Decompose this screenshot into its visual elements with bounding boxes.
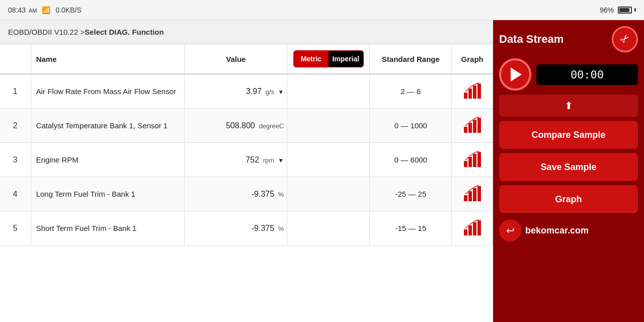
row-name-2: Engine RPM [31,143,185,177]
col-header-graph: Graph [452,44,493,74]
svg-rect-3 [477,84,481,99]
row-graph-0[interactable] [452,74,493,109]
row-metric-imperial-3 [287,177,370,211]
row-num-1: 1 [0,74,31,109]
play-row: 00:00 [499,58,638,91]
svg-rect-15 [477,186,481,201]
value-unit-2: rpm [261,156,274,164]
col-header-name: Name [31,44,185,74]
breadcrumb: EOBD/OBDII V10.22 > Select DIAG. Functio… [0,20,493,44]
value-unit-0: g/s [264,88,274,96]
table-row: 1Air Flow Rate From Mass Air Flow Sensor… [0,74,493,109]
value-number-2: 752 [246,155,259,164]
battery-percent: 96% [600,6,614,14]
export-button[interactable]: ⬆ [499,95,638,117]
data-stream-title: Data Stream [499,33,564,46]
row-graph-2[interactable] [452,143,493,177]
row-value-3: -9.375 % [185,177,287,211]
svg-rect-10 [473,154,476,167]
back-btn-row: ↩ bekomcar.com [499,219,638,242]
row-value-2: 752 rpm ▼ [185,143,287,177]
save-sample-button[interactable]: Save Sample [499,153,638,181]
main-layout: EOBD/OBDII V10.22 > Select DIAG. Functio… [0,20,644,322]
svg-rect-18 [473,222,476,235]
svg-rect-2 [473,86,476,99]
wifi-icon: 📶 [42,6,50,14]
compare-sample-button[interactable]: Compare Sample [499,121,638,149]
row-standard-range-1: 0 — 1000 [370,109,452,143]
left-panel: EOBD/OBDII V10.22 > Select DIAG. Functio… [0,20,493,322]
status-left: 08:43 AM 📶 0.0KB/S [8,6,82,14]
row-standard-range-3: -25 — 25 [370,177,452,211]
row-standard-range-0: 2 — 6 [370,74,452,109]
sidebar-header: Data Stream ✂ [499,26,638,52]
svg-rect-6 [473,120,476,133]
scissors-button[interactable]: ✂ [612,26,638,52]
row-metric-imperial-0 [287,74,370,109]
col-header-value: Value [185,44,287,74]
row-num-4: 4 [0,177,31,211]
chart-icon-0 [463,83,482,99]
back-icon: ↩ [506,224,515,236]
svg-rect-1 [468,89,472,99]
row-name-0: Air Flow Rate From Mass Air Flow Sensor [31,74,185,109]
value-number-4: -9.375 [252,224,274,232]
graph-button[interactable]: Graph [499,185,638,213]
play-button[interactable] [499,58,531,91]
row-name-4: Short Term Fuel Trim - Bank 1 [31,211,185,246]
table-row: 4Long Term Fuel Trim - Bank 1-9.375 %-25… [0,177,493,211]
row-metric-imperial-1 [287,109,370,143]
value-unit-3: % [276,191,284,198]
chart-icon-4 [463,219,482,235]
dropdown-arrow-2[interactable]: ▼ [276,157,284,164]
col-header-standard-range: Standard Range [370,44,452,74]
svg-rect-17 [468,225,472,235]
network-speed: 0.0KB/S [55,6,81,14]
row-standard-range-4: -15 — 15 [370,211,452,246]
breadcrumb-prefix: EOBD/OBDII V10.22 > [8,28,85,36]
svg-rect-12 [464,195,467,201]
value-number-0: 3.97 [246,87,262,96]
dropdown-arrow-0[interactable]: ▼ [276,89,284,96]
value-number-3: -9.375 [252,190,274,198]
breadcrumb-current: Select DIAG. Function [85,28,164,36]
svg-rect-8 [464,161,467,167]
right-panel: Data Stream ✂ 00:00 ⬆ Compare Sample Sav… [493,20,644,322]
scissors-icon: ✂ [617,31,632,47]
svg-rect-5 [468,123,472,133]
row-value-0: 3.97 g/s ▼ [185,74,287,109]
time-display: 08:43 AM [8,6,37,14]
timer-display: 00:00 [536,64,638,85]
imperial-btn[interactable]: Imperial [329,51,363,67]
metric-btn[interactable]: Metric [294,51,329,67]
bekomcar-text: bekomcar.com [525,225,589,236]
svg-rect-19 [477,220,481,235]
metric-imperial-toggle[interactable]: Metric Imperial [293,50,364,67]
chart-icon-3 [463,185,482,201]
row-num-2: 2 [0,109,31,143]
table-row: 3Engine RPM752 rpm ▼0 — 6000 [0,143,493,177]
value-number-1: 508.800 [226,121,255,130]
table-row: 5Short Term Fuel Trim - Bank 1-9.375 %-1… [0,211,493,246]
chart-icon-1 [463,117,482,133]
row-standard-range-2: 0 — 6000 [370,143,452,177]
svg-rect-16 [464,229,467,235]
status-bar: 08:43 AM 📶 0.0KB/S 96% [0,0,644,20]
svg-rect-9 [468,157,472,167]
data-table: Name Value Metric Imperial Standard Rang… [0,44,493,322]
row-name-3: Long Term Fuel Trim - Bank 1 [31,177,185,211]
status-right: 96% [600,6,636,14]
svg-rect-0 [464,93,467,99]
row-graph-3[interactable] [452,177,493,211]
row-metric-imperial-2 [287,143,370,177]
row-num-5: 5 [0,211,31,246]
col-header-metric-imperial: Metric Imperial [287,44,370,74]
back-button[interactable]: ↩ [499,219,521,242]
chart-icon-2 [463,151,482,167]
row-metric-imperial-4 [287,211,370,246]
row-graph-4[interactable] [452,211,493,246]
svg-rect-11 [477,152,481,167]
svg-rect-7 [477,118,481,133]
row-value-4: -9.375 % [185,211,287,246]
row-graph-1[interactable] [452,109,493,143]
